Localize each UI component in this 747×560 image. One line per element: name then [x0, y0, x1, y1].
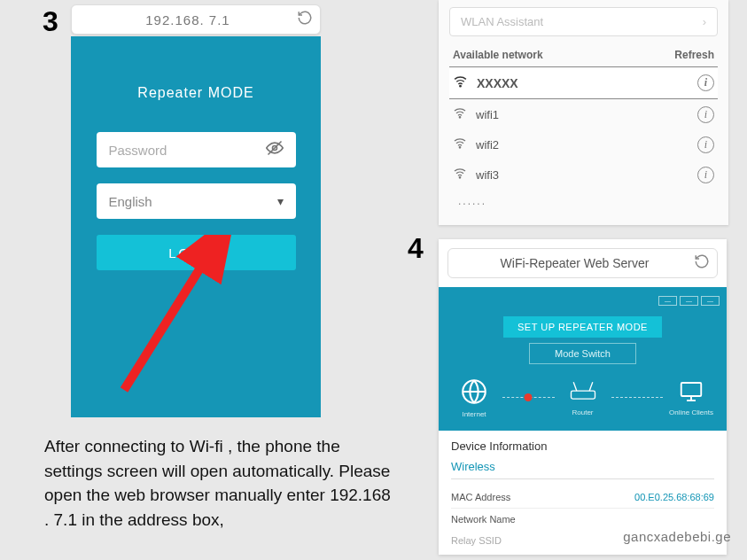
network-row[interactable]: wifi1 i: [449, 99, 718, 129]
wlan-assistant-row[interactable]: WLAN Assistant ›: [449, 7, 718, 36]
svg-point-4: [459, 117, 460, 118]
router-label: Router: [572, 408, 593, 416]
connector-bad: [502, 397, 555, 398]
refresh-icon[interactable]: [297, 10, 313, 29]
refresh-icon[interactable]: [694, 253, 710, 273]
info-icon[interactable]: i: [697, 106, 714, 123]
top-pills: — — —: [658, 296, 720, 306]
internet-node: Internet: [446, 377, 502, 418]
svg-line-10: [589, 382, 593, 391]
step-4-number: 4: [408, 232, 424, 265]
caret-down-icon: ▾: [277, 194, 284, 208]
info-icon[interactable]: i: [697, 167, 714, 183]
network-name: wifi1: [476, 108, 689, 121]
watermark: gancxadebebi.ge: [623, 529, 731, 544]
topology-row: Internet Router Online Clients: [446, 377, 720, 418]
title-text: WiFi-Repeater Web Server: [455, 256, 694, 270]
info-icon[interactable]: i: [697, 74, 714, 91]
address-bar-step4[interactable]: WiFi-Repeater Web Server: [447, 248, 718, 278]
clients-node: Online Clients: [663, 378, 720, 416]
chevron-right-icon: ›: [703, 15, 706, 28]
login-panel: Repeater MODE Password English ▾ LOGIN: [71, 36, 321, 417]
mini-pill[interactable]: —: [701, 296, 720, 306]
mac-label: MAC Address: [451, 492, 510, 502]
refresh-link[interactable]: Refresh: [674, 49, 714, 61]
clients-label: Online Clients: [669, 408, 713, 416]
address-bar-step3[interactable]: 192.168. 7.1: [71, 4, 321, 35]
info-icon[interactable]: i: [697, 136, 714, 153]
svg-point-3: [460, 85, 461, 86]
svg-point-5: [459, 147, 460, 148]
wifi-icon: [453, 74, 468, 92]
network-name: wifi3: [476, 168, 689, 182]
language-value: English: [109, 194, 277, 209]
eye-off-icon[interactable]: [266, 139, 284, 160]
available-network-label: Available network: [453, 49, 543, 61]
network-row[interactable]: wifi2 i: [449, 129, 718, 159]
mode-switch-button[interactable]: Mode Switch: [529, 343, 636, 364]
router-icon: [567, 378, 599, 405]
monitor-icon: [676, 378, 706, 405]
step-3-caption: After connecting to Wi-fi , the phone th…: [44, 434, 399, 532]
setup-panel: — — — SET UP REPEATER MODE Mode Switch I…: [439, 287, 727, 431]
network-row-selected[interactable]: XXXXX i: [449, 66, 718, 99]
setup-repeater-button[interactable]: SET UP REPEATER MODE: [503, 316, 662, 338]
svg-point-6: [459, 177, 460, 178]
password-placeholder: Password: [109, 143, 266, 158]
panel-title: Repeater MODE: [137, 85, 253, 101]
router-node: Router: [555, 378, 611, 416]
network-row[interactable]: wifi3 i: [449, 159, 718, 190]
language-select[interactable]: English ▾: [97, 183, 296, 219]
mini-pill[interactable]: —: [680, 296, 698, 306]
network-list-header: Available network Refresh: [449, 49, 718, 61]
password-input[interactable]: Password: [97, 132, 296, 167]
wlan-assistant-label: WLAN Assistant: [461, 15, 543, 28]
internet-label: Internet: [462, 410, 486, 418]
svg-rect-11: [681, 383, 702, 396]
wifi-icon: [453, 136, 467, 153]
mac-value: 00.E0.25.68:68:69: [634, 492, 714, 502]
network-list-card: WLAN Assistant › Available network Refre…: [439, 0, 728, 225]
device-info-title: Device Information: [451, 439, 714, 453]
network-name: wifi2: [476, 138, 689, 152]
network-name: XXXXX: [477, 76, 689, 90]
login-button[interactable]: LOGIN: [97, 235, 296, 270]
network-name-row: Network Name: [451, 509, 714, 530]
mac-row: MAC Address 00.E0.25.68:68:69: [451, 486, 714, 509]
wifi-icon: [453, 166, 467, 183]
svg-line-9: [573, 382, 577, 391]
url-text: 192.168. 7.1: [79, 12, 297, 27]
connector: [611, 397, 664, 398]
wireless-heading: Wireless: [451, 460, 714, 479]
globe-icon: [459, 377, 489, 407]
svg-rect-8: [571, 391, 595, 399]
more-networks: ......: [449, 190, 718, 213]
mini-pill[interactable]: —: [658, 296, 677, 306]
relay-ssid-label: Relay SSID: [451, 535, 502, 546]
network-name-label: Network Name: [451, 514, 516, 525]
wifi-icon: [453, 105, 467, 123]
step-3-number: 3: [43, 5, 58, 38]
repeater-web-server: WiFi-Repeater Web Server — — — SET UP RE…: [439, 239, 727, 555]
